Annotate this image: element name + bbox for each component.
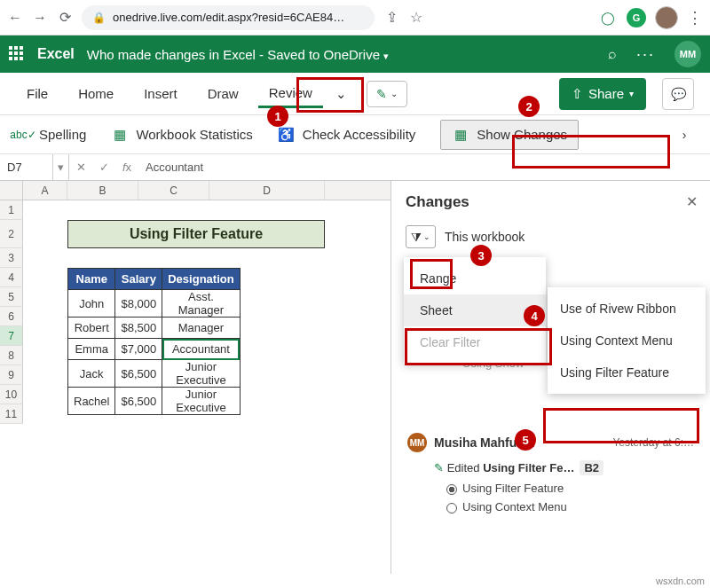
menu-item-range[interactable]: Range [404, 263, 546, 294]
star-icon[interactable]: ☆ [408, 9, 424, 26]
table-header[interactable]: Name [68, 269, 115, 290]
address-bar[interactable]: 🔒 onedrive.live.com/edit.aspx?resid=6CAE… [82, 5, 375, 30]
pencil-icon: ✎ [434, 461, 444, 474]
table-row: Rachel$6,500Junior Executive [68, 388, 241, 415]
pen-icon: ✎ [376, 87, 387, 101]
table-row: Emma$7,000Accountant [68, 339, 241, 360]
name-box[interactable]: D7 [0, 154, 53, 180]
search-icon[interactable]: ⌕ [608, 46, 617, 62]
namebox-dropdown-icon[interactable]: ▾ [53, 154, 69, 180]
annotation-badge: 1 [267, 106, 288, 127]
forward-icon[interactable]: → [32, 10, 48, 26]
editing-mode-button[interactable]: ✎⌄ [367, 81, 407, 107]
browser-avatar[interactable] [655, 6, 678, 29]
spelling-button[interactable]: abc✓Spelling [14, 126, 86, 144]
row-header[interactable]: 3 [0, 248, 23, 268]
cell-ref-badge: B2 [580, 460, 604, 475]
row-header[interactable]: 11 [0, 404, 23, 424]
spelling-icon: abc✓ [14, 126, 32, 144]
col-header[interactable]: D [209, 181, 325, 200]
pane-title: Changes [406, 193, 696, 211]
annotation-badge: 4 [524, 305, 545, 326]
tab-home[interactable]: Home [67, 81, 124, 106]
col-header[interactable]: B [67, 181, 138, 200]
cancel-icon[interactable]: ✕ [69, 161, 92, 174]
app-name: Excel [37, 46, 75, 62]
formula-input[interactable]: Accountant [138, 161, 210, 174]
extension-icon-2[interactable]: G [627, 8, 646, 27]
table-row: Robert$8,500Manager [68, 318, 241, 339]
change-value-new: Using Filter Feature [446, 482, 694, 495]
row-header[interactable]: 10 [0, 385, 23, 404]
menu-item-clear: Clear Filter [404, 326, 546, 358]
stats-icon: ▦ [111, 126, 129, 144]
table-header[interactable]: Salary [115, 269, 162, 290]
watermark: wsxdn.com [656, 576, 705, 586]
fx-icon[interactable]: fx [115, 161, 138, 174]
comment-icon: 💬 [671, 87, 686, 101]
table-row: John$8,000Asst. Manager [68, 290, 241, 318]
sheet-title-cell[interactable]: Using Filter Feature [67, 220, 325, 248]
extension-icon-1[interactable]: ◯ [598, 8, 618, 27]
document-title[interactable]: Who made changes in Excel - Saved to One… [87, 47, 389, 62]
more-icon[interactable]: ··· [636, 45, 655, 64]
col-header[interactable]: C [138, 181, 209, 200]
selected-cell[interactable]: Accountant [162, 339, 240, 360]
browser-menu-icon[interactable]: ⋮ [687, 8, 703, 27]
tab-file[interactable]: File [16, 81, 59, 106]
ribbon-commands: abc✓Spelling ▦Workbook Statistics ♿Check… [0, 115, 710, 154]
share-icon: ⇧ [572, 86, 583, 102]
share-icon[interactable]: ⇪ [383, 9, 399, 26]
row-header[interactable]: 9 [0, 365, 23, 385]
submenu-item[interactable]: Using Filter Feature [548, 357, 706, 388]
row-header[interactable]: 2 [0, 220, 23, 248]
annotation-badge: 5 [515, 429, 536, 451]
select-all-corner[interactable] [0, 181, 23, 200]
row-header[interactable]: 7 [0, 326, 23, 346]
change-time: Yesterday at 6:… [612, 436, 694, 449]
check-accessibility-button[interactable]: ♿Check Accessibility [278, 126, 416, 144]
row-header[interactable]: 4 [0, 268, 23, 287]
changes-pane: Changes ✕ ⧩⌄ This workbook Using Show Ra… [390, 181, 710, 574]
row-header[interactable]: 5 [0, 287, 23, 307]
tab-insert[interactable]: Insert [133, 81, 188, 106]
annotation-badge: 2 [518, 96, 540, 117]
tab-more-chevron[interactable]: ⌄ [332, 81, 351, 107]
tab-draw[interactable]: Draw [197, 81, 249, 106]
table-row: Jack$6,500Junior Executive [68, 360, 241, 388]
comments-button[interactable]: 💬 [662, 78, 694, 110]
spreadsheet-grid[interactable]: A B C D 1 2 3 4 5 6 7 8 9 10 11 Using Fi… [0, 181, 390, 574]
ribbon-overflow-right[interactable]: › [673, 123, 696, 146]
row-header[interactable]: 6 [0, 307, 23, 326]
annotation-badge: 3 [470, 245, 492, 266]
sheet-submenu: Use of Rivew Ribbon Using Context Menu U… [548, 287, 706, 394]
submenu-item[interactable]: Use of Rivew Ribbon [548, 293, 706, 325]
share-button[interactable]: ⇧Share▾ [559, 78, 646, 110]
app-titlebar: Excel Who made changes in Excel - Saved … [0, 35, 710, 73]
submenu-item[interactable]: Using Context Menu [548, 325, 706, 357]
back-icon[interactable]: ← [7, 10, 23, 26]
account-avatar[interactable]: MM [674, 41, 701, 67]
change-value-old: Using Context Menu [446, 500, 694, 514]
workbook-statistics-button[interactable]: ▦Workbook Statistics [111, 126, 252, 144]
reload-icon[interactable]: ⟳ [57, 9, 73, 26]
show-changes-button[interactable]: ▦Show Changes [440, 120, 579, 150]
accessibility-icon: ♿ [278, 126, 296, 144]
funnel-icon: ⧩ [411, 230, 422, 245]
lock-icon: 🔒 [92, 12, 106, 24]
app-launcher-icon[interactable] [9, 46, 25, 62]
row-header[interactable]: 8 [0, 346, 23, 365]
author-avatar: MM [407, 433, 427, 452]
ribbon-tabs: File Home Insert Draw Review ⌄ ✎⌄ ⇧Share… [0, 73, 710, 115]
filter-button[interactable]: ⧩⌄ [406, 225, 436, 248]
confirm-icon[interactable]: ✓ [92, 161, 115, 174]
close-icon[interactable]: ✕ [686, 193, 698, 210]
change-entry: MM Musiha Mahfuz… Yesterday at 6:… ✎ Edi… [406, 426, 696, 526]
row-header[interactable]: 1 [0, 200, 23, 220]
change-description: ✎ Edited Using Filter Fe…B2 [434, 461, 694, 474]
filter-scope: This workbook [445, 230, 525, 244]
col-header[interactable]: A [23, 181, 67, 200]
formula-bar: D7 ▾ ✕ ✓ fx Accountant [0, 154, 710, 181]
tab-review[interactable]: Review [258, 80, 323, 108]
table-header[interactable]: Designation [162, 269, 240, 290]
